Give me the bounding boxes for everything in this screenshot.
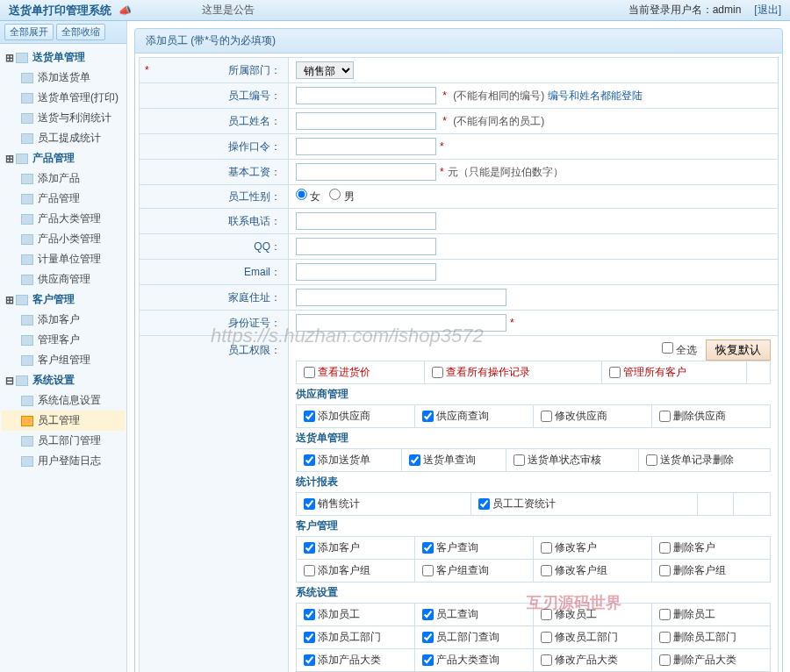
perm-checkbox[interactable]: 产品大类查询: [422, 653, 526, 668]
expand-all-button[interactable]: 全部展开: [4, 24, 54, 40]
perm-checkbox[interactable]: 员工查询: [422, 607, 526, 622]
emp-name-input[interactable]: [296, 112, 436, 130]
nav-item[interactable]: 添加送货单: [2, 68, 125, 88]
select-all-checkbox[interactable]: 全选: [662, 342, 697, 358]
label-dept: *所属部门：: [140, 58, 289, 83]
page-icon: [21, 234, 33, 245]
perm-checkbox[interactable]: 修改客户组: [541, 563, 644, 578]
perm-section-title: 送货单管理: [296, 431, 771, 446]
email-input[interactable]: [296, 263, 436, 281]
page-icon: [21, 355, 33, 366]
perm-checkbox[interactable]: 添加供应商: [304, 409, 407, 424]
perm-checkbox[interactable]: 修改员工部门: [541, 630, 644, 645]
perm-checkbox[interactable]: 送货单记录删除: [646, 453, 763, 468]
phone-input[interactable]: [296, 212, 436, 230]
page-icon: [21, 335, 33, 346]
nav-item[interactable]: 送货单管理(打印): [2, 88, 125, 108]
perm-area: 全选 恢复默认 查看进货价 查看所有操作记录 管理所有客户 供应商管理 添加供应…: [289, 336, 779, 673]
nav-item[interactable]: 供应商管理: [2, 269, 125, 290]
nav-item[interactable]: 管理客户: [2, 330, 125, 350]
nav-item[interactable]: 客户组管理: [2, 350, 125, 370]
qq-input[interactable]: [296, 238, 436, 255]
idcard-input[interactable]: [296, 314, 506, 332]
horn-icon: 📣: [118, 4, 132, 17]
perm-checkbox[interactable]: 添加产品大类: [304, 653, 407, 668]
nav-item[interactable]: 计量单位管理: [2, 249, 125, 269]
label-email: Email：: [140, 260, 289, 285]
toggle-icon: ⊞: [5, 52, 14, 64]
address-input[interactable]: [296, 289, 506, 306]
nav-item[interactable]: 员工部门管理: [2, 431, 125, 451]
label-gender: 员工性别：: [140, 185, 289, 209]
perm-checkbox[interactable]: 查看所有操作记录: [432, 365, 595, 380]
nav-group[interactable]: ⊞送货单管理: [2, 47, 125, 68]
perm-checkbox[interactable]: 删除员工部门: [659, 630, 763, 645]
logout-link[interactable]: [退出]: [754, 3, 781, 18]
app-title: 送货单打印管理系统: [9, 3, 111, 18]
nav-item[interactable]: 添加客户: [2, 310, 125, 330]
perm-checkbox[interactable]: 查看进货价: [304, 365, 417, 380]
perm-section-title: 客户管理: [296, 518, 771, 533]
perm-checkbox[interactable]: 员工工资统计: [478, 497, 690, 511]
perm-checkbox[interactable]: 客户查询: [422, 540, 526, 555]
folder-icon: [16, 53, 28, 63]
perm-checkbox[interactable]: 删除客户组: [659, 563, 763, 578]
page-icon: [21, 275, 33, 285]
emp-no-input[interactable]: [296, 87, 436, 104]
nav-tree: ⊞送货单管理添加送货单送货单管理(打印)送货与利润统计员工提成统计⊞产品管理添加…: [0, 44, 126, 475]
page-icon: [21, 214, 33, 225]
nav-group[interactable]: ⊞产品管理: [2, 148, 125, 168]
panel-title: 添加员工 (带*号的为必填项): [134, 28, 783, 54]
nav-item[interactable]: 员工提成统计: [2, 128, 125, 148]
perm-checkbox[interactable]: 修改员工: [541, 607, 644, 622]
password-input[interactable]: [296, 138, 436, 155]
perm-checkbox[interactable]: 修改供应商: [541, 409, 644, 424]
perm-checkbox[interactable]: 修改客户: [541, 540, 644, 555]
nav-item[interactable]: 产品管理: [2, 189, 125, 209]
toggle-icon: ⊟: [5, 375, 14, 387]
nav-item[interactable]: 添加产品: [2, 168, 125, 189]
page-icon: [21, 456, 33, 467]
page-icon: [21, 436, 33, 447]
restore-default-button[interactable]: 恢复默认: [706, 340, 771, 361]
salary-input[interactable]: [296, 163, 436, 181]
perm-checkbox[interactable]: 删除产品大类: [659, 653, 763, 668]
perm-checkbox[interactable]: 销售统计: [304, 497, 463, 511]
perm-checkbox[interactable]: 修改产品大类: [541, 653, 644, 668]
perm-checkbox[interactable]: 供应商查询: [422, 409, 526, 424]
toggle-icon: ⊞: [5, 294, 14, 306]
perm-checkbox[interactable]: 送货单查询: [409, 453, 499, 468]
collapse-all-button[interactable]: 全部收缩: [56, 24, 105, 40]
nav-item[interactable]: 产品大类管理: [2, 209, 125, 229]
perm-checkbox[interactable]: 删除客户: [659, 540, 763, 555]
perm-checkbox[interactable]: 添加员工部门: [304, 630, 407, 645]
perm-checkbox[interactable]: 管理所有客户: [609, 365, 739, 380]
toggle-icon: ⊞: [5, 153, 14, 165]
nav-item[interactable]: 送货与利润统计: [2, 108, 125, 128]
label-password: 操作口令：: [140, 134, 289, 160]
nav-group[interactable]: ⊞客户管理: [2, 290, 125, 310]
page-icon: [21, 416, 33, 426]
nav-group[interactable]: ⊟系统设置: [2, 370, 125, 390]
perm-checkbox[interactable]: 删除供应商: [659, 409, 763, 424]
label-perm: 员工权限：: [140, 336, 289, 673]
sidebar: 全部展开 全部收缩 ⊞送货单管理添加送货单送货单管理(打印)送货与利润统计员工提…: [0, 21, 127, 672]
nav-item[interactable]: 产品小类管理: [2, 229, 125, 249]
perm-checkbox[interactable]: 添加客户组: [304, 563, 407, 578]
perm-checkbox[interactable]: 员工部门查询: [422, 630, 526, 645]
perm-checkbox[interactable]: 添加客户: [304, 540, 407, 555]
perm-checkbox[interactable]: 添加送货单: [304, 453, 394, 468]
nav-item[interactable]: 用户登陆日志: [2, 451, 125, 471]
nav-item[interactable]: 系统信息设置: [2, 390, 125, 411]
page-icon: [21, 174, 33, 184]
perm-checkbox[interactable]: 客户组查询: [422, 563, 526, 578]
gender-male[interactable]: 男: [329, 190, 354, 203]
dept-select[interactable]: 销售部: [296, 61, 354, 79]
page-icon: [21, 73, 33, 83]
perm-checkbox[interactable]: 添加员工: [304, 607, 407, 622]
gender-female[interactable]: 女: [296, 190, 320, 203]
nav-item[interactable]: 员工管理: [2, 411, 125, 431]
main-content: 添加员工 (带*号的为必填项) *所属部门： 销售部 员工编号： * (不能有相…: [127, 21, 790, 672]
perm-checkbox[interactable]: 送货单状态审核: [514, 453, 630, 468]
perm-checkbox[interactable]: 删除员工: [659, 607, 763, 622]
